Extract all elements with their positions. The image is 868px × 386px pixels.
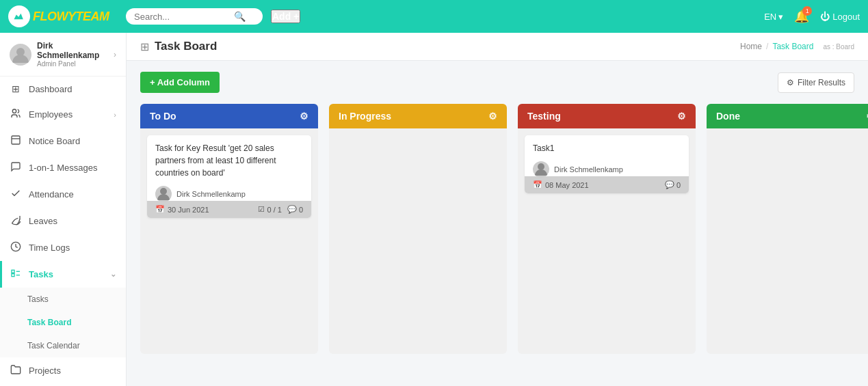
card-footer: 📅 08 May 2021 💬 0 bbox=[525, 176, 689, 193]
date-value: 08 May 2021 bbox=[545, 181, 589, 189]
logo: FLOWYTEAM bbox=[8, 5, 118, 27]
calendar-icon: 📅 bbox=[155, 205, 165, 214]
sidebar-item-label: Leaves bbox=[29, 216, 57, 226]
chevron-right-icon: › bbox=[114, 111, 116, 119]
card-meta: ☑ 0 / 1 💬 0 bbox=[258, 205, 303, 214]
logout-button[interactable]: ⏻ Logout bbox=[820, 11, 860, 22]
column-body-inprogress bbox=[329, 128, 507, 354]
svg-point-11 bbox=[538, 163, 544, 170]
sidebar-item-task-board[interactable]: Task Board bbox=[0, 311, 126, 334]
add-column-button[interactable]: + Add Column bbox=[140, 72, 220, 93]
language-selector[interactable]: EN ▾ bbox=[764, 12, 783, 22]
employees-icon bbox=[10, 108, 22, 121]
sidebar-item-label: Notice Board bbox=[29, 136, 80, 146]
sidebar-item-messages[interactable]: 1-on-1 Messages bbox=[0, 154, 126, 181]
column-header-todo: To Do ⚙ bbox=[140, 104, 318, 128]
card-user: Dirk Schmellenkamp bbox=[155, 186, 303, 202]
avatar bbox=[533, 161, 549, 178]
sidebar-item-label: Task Calendar bbox=[27, 341, 80, 350]
card-date: 📅 08 May 2021 bbox=[533, 180, 589, 189]
sidebar-item-label: Attendance bbox=[29, 189, 74, 199]
sidebar-item-projects[interactable]: Projects bbox=[0, 357, 126, 384]
sidebar-item-tasks-list[interactable]: Tasks bbox=[0, 288, 126, 311]
filter-icon: ⚙ bbox=[787, 78, 794, 87]
page-title-icon: ⊞ bbox=[140, 40, 149, 53]
dashboard-icon: ⊞ bbox=[10, 83, 22, 94]
svg-point-1 bbox=[12, 109, 16, 113]
checklist-icon: ☑ bbox=[258, 205, 265, 214]
sidebar-item-dashboard[interactable]: ⊞ Dashboard bbox=[0, 77, 126, 101]
search-bar: 🔍 bbox=[126, 8, 263, 25]
breadcrumb: Home / Task Board as : Board bbox=[740, 42, 854, 51]
user-role: Admin Panel bbox=[37, 60, 108, 68]
logo-icon bbox=[8, 5, 30, 27]
comment-icon: 💬 bbox=[287, 205, 297, 214]
kanban-column-testing: Testing ⚙ Task1 Dirk Schmellenkamp bbox=[518, 104, 696, 354]
card-text: Task1 bbox=[533, 142, 681, 154]
logo-text: FLOWYTEAM bbox=[33, 10, 109, 24]
sidebar-item-attendance[interactable]: Attendance bbox=[0, 181, 126, 208]
card-user-name: Dirk Schmellenkamp bbox=[554, 165, 623, 174]
sidebar-item-leaves[interactable]: Leaves bbox=[0, 208, 126, 234]
kanban-card: Task1 Dirk Schmellenkamp 📅 08 Ma bbox=[525, 135, 689, 193]
notification-badge: 1 bbox=[802, 6, 812, 16]
column-settings-icon[interactable]: ⚙ bbox=[677, 111, 686, 122]
svg-rect-6 bbox=[12, 274, 14, 277]
column-settings-icon[interactable]: ⚙ bbox=[488, 111, 497, 122]
leaves-icon bbox=[10, 215, 22, 228]
user-info: Dirk Schmellenkamp Admin Panel bbox=[37, 41, 108, 68]
column-body-testing: Task1 Dirk Schmellenkamp 📅 08 Ma bbox=[518, 128, 696, 354]
content-area: ⊞ Task Board Home / Task Board as : Boar… bbox=[127, 33, 868, 386]
breadcrumb-separator: / bbox=[766, 42, 768, 51]
column-header-inprogress: In Progress ⚙ bbox=[329, 104, 507, 128]
chevron-down-icon: ⌄ bbox=[110, 270, 116, 279]
add-button[interactable]: Add + bbox=[271, 10, 300, 23]
sidebar-user[interactable]: Dirk Schmellenkamp Admin Panel › bbox=[0, 33, 126, 77]
topnav: FLOWYTEAM 🔍 Add + EN ▾ 🔔 1 ⏻ Logout bbox=[0, 0, 868, 33]
sidebar-item-label: Tasks bbox=[27, 294, 49, 304]
column-settings-icon[interactable]: ⚙ bbox=[300, 111, 308, 122]
search-input[interactable] bbox=[134, 12, 230, 22]
avatar bbox=[155, 186, 172, 202]
card-user-name: Dirk Schmellenkamp bbox=[176, 190, 246, 198]
column-title: To Do bbox=[150, 111, 176, 122]
column-body-done bbox=[707, 128, 868, 354]
svg-rect-5 bbox=[12, 270, 14, 273]
sidebar-item-tasks[interactable]: Tasks ⌄ bbox=[0, 261, 126, 288]
search-icon[interactable]: 🔍 bbox=[234, 11, 246, 22]
noticeboard-icon bbox=[10, 135, 22, 148]
sidebar-item-task-calendar[interactable]: Task Calendar bbox=[0, 334, 126, 357]
sidebar-item-label: Employees bbox=[29, 109, 73, 120]
sidebar-item-label: 1-on-1 Messages bbox=[29, 163, 97, 173]
checklist-count: ☑ 0 / 1 bbox=[258, 205, 281, 214]
sidebar-item-noticeboard[interactable]: Notice Board bbox=[0, 128, 126, 154]
sidebar-item-label: Time Logs bbox=[29, 243, 70, 253]
breadcrumb-home[interactable]: Home bbox=[740, 42, 762, 51]
kanban-column-inprogress: In Progress ⚙ bbox=[329, 104, 507, 354]
tasks-icon bbox=[10, 268, 22, 281]
notification-button[interactable]: 🔔 1 bbox=[794, 9, 809, 24]
kanban-column-done: Done ⚙ bbox=[707, 104, 868, 354]
main-layout: Dirk Schmellenkamp Admin Panel › ⊞ Dashb… bbox=[0, 33, 868, 386]
card-user: Dirk Schmellenkamp bbox=[533, 161, 681, 178]
sidebar-item-label: Tasks bbox=[29, 269, 53, 279]
card-footer: 📅 30 Jun 2021 ☑ 0 / 1 💬 bbox=[147, 201, 311, 218]
sidebar-item-timelogs[interactable]: Time Logs bbox=[0, 234, 126, 261]
view-mode-label: as : Board bbox=[823, 43, 854, 51]
svg-rect-2 bbox=[12, 136, 20, 144]
filter-results-button[interactable]: ⚙ Filter Results bbox=[778, 72, 854, 93]
sidebar-item-label: Projects bbox=[29, 366, 61, 376]
sidebar: Dirk Schmellenkamp Admin Panel › ⊞ Dashb… bbox=[0, 33, 127, 386]
date-value: 30 Jun 2021 bbox=[168, 206, 209, 214]
column-header-testing: Testing ⚙ bbox=[518, 104, 696, 128]
avatar bbox=[10, 44, 31, 66]
sidebar-item-employees[interactable]: Employees › bbox=[0, 101, 126, 128]
breadcrumb-bar: ⊞ Task Board Home / Task Board as : Boar… bbox=[127, 33, 868, 61]
kanban-card: Task for Key Result 'get 20 sales partne… bbox=[147, 135, 311, 218]
svg-point-10 bbox=[160, 188, 167, 195]
toolbar: + Add Column ⚙ Filter Results bbox=[140, 72, 854, 93]
kanban-column-todo: To Do ⚙ Task for Key Result 'get 20 sale… bbox=[140, 104, 318, 354]
page-title-row: ⊞ Task Board bbox=[140, 40, 217, 53]
projects-icon bbox=[10, 364, 22, 377]
column-title: Testing bbox=[527, 111, 561, 122]
